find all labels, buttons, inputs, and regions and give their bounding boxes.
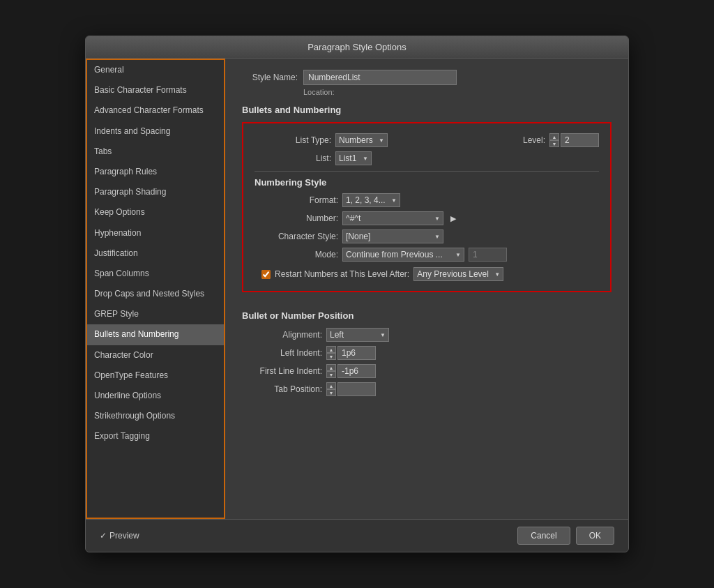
char-style-select[interactable]: [None] <box>342 229 443 243</box>
char-style-label: Character Style: <box>255 232 338 241</box>
list-row: List: List1 <box>255 151 599 165</box>
sidebar-item-indents[interactable]: Indents and Spacing <box>87 121 224 142</box>
sidebar: General Basic Character Formats Advanced… <box>86 59 225 519</box>
style-name-label: Style Name: <box>242 73 298 82</box>
restart-row: Restart Numbers at This Level After: Any… <box>261 267 599 281</box>
left-indent-input[interactable] <box>337 346 376 360</box>
first-line-increment[interactable]: ▲ <box>326 364 336 371</box>
restart-select[interactable]: Any Previous Level <box>413 267 503 281</box>
list-type-row: List Type: Numbers Level: ▲ ▼ <box>255 133 599 147</box>
title-bar: Paragraph Style Options <box>86 36 628 59</box>
style-name-row: Style Name: <box>242 70 612 85</box>
preview-checkmark: ✓ <box>100 531 107 541</box>
location-row: Location: <box>242 88 612 96</box>
list-select-wrapper: List1 <box>335 151 372 165</box>
sidebar-item-underline[interactable]: Underline Options <box>87 386 224 406</box>
tab-pos-spinner: ▲ ▼ <box>326 382 376 396</box>
sidebar-item-tabs[interactable]: Tabs <box>87 142 224 162</box>
list-label: List: <box>255 153 331 163</box>
tab-pos-btns: ▲ ▼ <box>326 382 336 396</box>
footer-buttons: Cancel OK <box>517 527 614 545</box>
sidebar-item-basic-char[interactable]: Basic Character Formats <box>87 80 224 100</box>
bullets-numbering-section-title: Bullets and Numbering <box>242 105 612 115</box>
dialog-title: Paragraph Style Options <box>307 42 407 52</box>
preview-label: Preview <box>109 531 139 541</box>
bullets-numbering-box: List Type: Numbers Level: ▲ ▼ <box>242 122 612 292</box>
tab-pos-input[interactable] <box>337 382 376 396</box>
char-style-select-wrapper: [None] <box>342 229 443 243</box>
first-line-spinner: ▲ ▼ <box>326 364 376 378</box>
mode-select-wrapper: Continue from Previous ... <box>342 248 464 262</box>
first-line-indent-row: First Line Indent: ▲ ▼ <box>242 364 612 378</box>
level-spinner: ▲ ▼ <box>549 133 599 147</box>
sidebar-item-hyphenation[interactable]: Hyphenation <box>87 223 224 243</box>
preview-row: ✓ Preview <box>100 531 139 541</box>
cancel-button[interactable]: Cancel <box>517 527 570 545</box>
first-line-input[interactable] <box>337 364 376 378</box>
sidebar-item-grep-style[interactable]: GREP Style <box>87 304 224 324</box>
level-input[interactable] <box>561 133 599 147</box>
sidebar-item-advanced-char[interactable]: Advanced Character Formats <box>87 100 224 121</box>
left-indent-btns: ▲ ▼ <box>326 346 336 360</box>
location-label: Location: <box>303 88 335 96</box>
bullet-position-title: Bullet or Number Position <box>242 310 612 321</box>
number-arrow-btn[interactable]: ▶ <box>448 214 459 223</box>
format-select[interactable]: 1, 2, 3, 4... <box>342 193 400 207</box>
mode-select[interactable]: Continue from Previous ... <box>342 248 464 262</box>
mode-row: Mode: Continue from Previous ... <box>255 248 599 262</box>
format-row: Format: 1, 2, 3, 4... <box>255 193 599 207</box>
level-label: Level: <box>523 135 545 145</box>
dialog-body: General Basic Character Formats Advanced… <box>86 59 628 519</box>
restart-label: Restart Numbers at This Level After: <box>275 269 409 279</box>
sidebar-item-drop-caps[interactable]: Drop Caps and Nested Styles <box>87 284 224 304</box>
format-select-wrapper: 1, 2, 3, 4... <box>342 193 400 207</box>
tab-pos-decrement[interactable]: ▼ <box>326 389 336 396</box>
sidebar-item-para-rules[interactable]: Paragraph Rules <box>87 162 224 182</box>
sidebar-item-keep-options[interactable]: Keep Options <box>87 202 224 223</box>
tab-pos-increment[interactable]: ▲ <box>326 382 336 389</box>
level-wrapper: Level: ▲ ▼ <box>523 133 599 147</box>
style-name-input[interactable] <box>303 70 457 85</box>
first-line-decrement[interactable]: ▼ <box>326 371 336 378</box>
sidebar-item-para-shading[interactable]: Paragraph Shading <box>87 182 224 202</box>
divider <box>255 171 599 172</box>
left-indent-spinner: ▲ ▼ <box>326 346 376 360</box>
sidebar-item-strikethrough[interactable]: Strikethrough Options <box>87 406 224 426</box>
alignment-select[interactable]: Left <box>326 328 389 342</box>
number-select-wrapper: ^#^t <box>342 211 443 225</box>
left-indent-row: Left Indent: ▲ ▼ <box>242 346 612 360</box>
level-decrement-btn[interactable]: ▼ <box>549 140 559 147</box>
alignment-label: Alignment: <box>242 330 322 340</box>
sidebar-item-char-color[interactable]: Character Color <box>87 345 224 365</box>
list-type-select-wrapper: Numbers <box>335 133 388 147</box>
ok-button[interactable]: OK <box>576 527 614 545</box>
mode-number-input <box>469 248 507 262</box>
restart-checkbox[interactable] <box>261 270 271 279</box>
alignment-select-wrapper: Left <box>326 328 389 342</box>
sidebar-item-span-columns[interactable]: Span Columns <box>87 264 224 284</box>
char-style-row: Character Style: [None] <box>255 229 599 243</box>
level-increment-btn[interactable]: ▲ <box>549 133 559 140</box>
format-label: Format: <box>255 195 338 205</box>
numbering-style-title: Numbering Style <box>255 177 599 188</box>
alignment-row: Alignment: Left <box>242 328 612 342</box>
number-row: Number: ^#^t ▶ <box>255 211 599 225</box>
sidebar-item-bullets-numbering[interactable]: Bullets and Numbering <box>87 324 224 345</box>
sidebar-item-general[interactable]: General <box>87 60 224 80</box>
main-content: Style Name: Location: Bullets and Number… <box>225 59 628 519</box>
restart-select-wrapper: Any Previous Level <box>413 267 503 281</box>
tab-position-row: Tab Position: ▲ ▼ <box>242 382 612 396</box>
left-indent-label: Left Indent: <box>242 348 322 358</box>
sidebar-item-justification[interactable]: Justification <box>87 243 224 264</box>
mode-label: Mode: <box>255 250 338 259</box>
left-indent-increment[interactable]: ▲ <box>326 346 336 353</box>
level-spinner-btns: ▲ ▼ <box>549 133 559 147</box>
sidebar-item-export-tagging[interactable]: Export Tagging <box>87 426 224 446</box>
sidebar-item-opentype[interactable]: OpenType Features <box>87 365 224 386</box>
left-indent-decrement[interactable]: ▼ <box>326 353 336 360</box>
list-type-select[interactable]: Numbers <box>335 133 388 147</box>
footer: ✓ Preview Cancel OK <box>86 519 628 552</box>
list-type-label: List Type: <box>255 135 331 145</box>
number-select[interactable]: ^#^t <box>342 211 443 225</box>
list-select[interactable]: List1 <box>335 151 372 165</box>
